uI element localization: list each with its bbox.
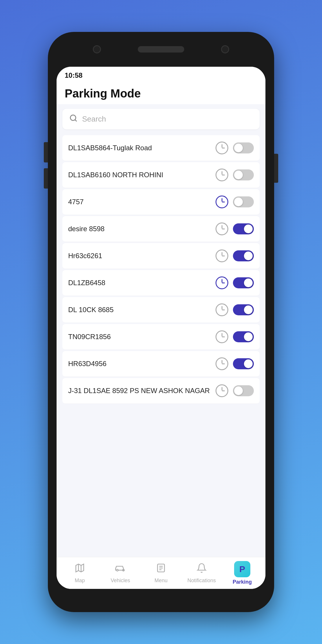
phone-frame: 10:58 Parking Mode Search DL1SAB5864-Tug… xyxy=(48,32,274,612)
item-controls xyxy=(216,330,254,343)
list-item: DL1ZB6458 xyxy=(62,270,260,296)
clock-icon[interactable] xyxy=(216,222,228,235)
vehicle-label: Hr63c6261 xyxy=(68,252,216,260)
list-item: DL1SAB5864-Tuglak Road xyxy=(62,135,260,161)
phone-top-bar xyxy=(48,32,274,67)
toggle-switch[interactable] xyxy=(233,331,254,342)
toggle-switch[interactable] xyxy=(233,223,254,234)
item-controls xyxy=(216,303,254,316)
item-controls xyxy=(216,276,254,289)
clock-icon[interactable] xyxy=(216,249,228,262)
clock-icon[interactable] xyxy=(216,196,228,208)
nav-notifications-label: Notifications xyxy=(187,578,216,584)
item-controls xyxy=(216,249,254,262)
vehicle-list: DL1SAB5864-Tuglak RoadDL1SAB6160 NORTH R… xyxy=(57,134,265,557)
list-item: desire 8598 xyxy=(62,216,260,242)
vehicle-label: DL 10CK 8685 xyxy=(68,306,216,314)
search-icon xyxy=(69,114,77,124)
search-placeholder: Search xyxy=(82,115,106,124)
vehicle-label: DL1SAB5864-Tuglak Road xyxy=(68,144,216,152)
list-item: DL1SAB6160 NORTH ROHINI xyxy=(62,162,260,188)
vehicle-label: DL1SAB6160 NORTH ROHINI xyxy=(68,171,216,179)
item-controls xyxy=(216,196,254,208)
app-content: Parking Mode Search DL1SAB5864-Tuglak Ro… xyxy=(57,82,265,557)
toggle-switch[interactable] xyxy=(233,169,254,180)
nav-map-label: Map xyxy=(75,578,85,584)
item-controls xyxy=(216,142,254,154)
toggle-switch[interactable] xyxy=(233,277,254,288)
vehicles-icon xyxy=(115,563,126,576)
item-controls xyxy=(216,384,254,397)
svg-line-1 xyxy=(75,120,76,121)
map-icon xyxy=(75,563,85,576)
nav-item-notifications[interactable]: Notifications xyxy=(181,563,222,584)
clock-icon[interactable] xyxy=(216,276,228,289)
toggle-switch[interactable] xyxy=(233,196,254,207)
toggle-switch[interactable] xyxy=(233,385,254,396)
item-controls xyxy=(216,222,254,235)
nav-item-parking[interactable]: P Parking xyxy=(222,561,263,585)
vehicle-label: HR63D4956 xyxy=(68,360,216,368)
status-time: 10:58 xyxy=(65,71,82,79)
clock-icon[interactable] xyxy=(216,357,228,370)
item-controls xyxy=(216,357,254,370)
vehicle-label: DL1ZB6458 xyxy=(68,279,216,287)
page-title: Parking Mode xyxy=(65,87,257,100)
toggle-switch[interactable] xyxy=(233,250,254,261)
svg-point-4 xyxy=(117,569,118,571)
toggle-switch[interactable] xyxy=(233,304,254,315)
parking-badge-icon: P xyxy=(234,561,250,577)
toggle-switch[interactable] xyxy=(233,142,254,153)
clock-icon[interactable] xyxy=(216,142,228,154)
clock-icon[interactable] xyxy=(216,169,228,181)
list-item: DL 10CK 8685 xyxy=(62,297,260,323)
vehicle-label: J-31 DL1SAE 8592 PS NEW ASHOK NAGAR xyxy=(68,387,216,395)
power-button xyxy=(274,154,278,183)
clock-icon[interactable] xyxy=(216,384,228,397)
speaker-icon xyxy=(138,46,184,53)
item-controls xyxy=(216,169,254,181)
list-item: Hr63c6261 xyxy=(62,243,260,269)
camera-right-icon xyxy=(221,45,229,53)
list-item: J-31 DL1SAE 8592 PS NEW ASHOK NAGAR xyxy=(62,378,260,404)
screen: 10:58 Parking Mode Search DL1SAB5864-Tug… xyxy=(57,67,265,589)
toggle-switch[interactable] xyxy=(233,358,254,369)
volume-up-button xyxy=(44,142,48,162)
nav-item-map[interactable]: Map xyxy=(59,563,100,584)
list-item: TN09CR1856 xyxy=(62,324,260,350)
vehicle-label: 4757 xyxy=(68,198,216,206)
list-item: HR63D4956 xyxy=(62,351,260,377)
clock-icon[interactable] xyxy=(216,303,228,316)
status-bar: 10:58 xyxy=(57,67,265,82)
nav-item-menu[interactable]: Menu xyxy=(141,563,181,584)
nav-vehicles-label: Vehicles xyxy=(111,578,130,584)
nav-parking-label: Parking xyxy=(233,579,252,585)
menu-icon xyxy=(156,563,166,576)
camera-left-icon xyxy=(93,45,101,53)
nav-menu-label: Menu xyxy=(154,578,167,584)
bottom-nav: Map Vehicles xyxy=(57,557,265,589)
list-item: 4757 xyxy=(62,189,260,215)
page-header: Parking Mode xyxy=(57,82,265,104)
volume-down-button xyxy=(44,168,48,189)
clock-icon[interactable] xyxy=(216,330,228,343)
notifications-icon xyxy=(196,563,207,576)
search-bar[interactable]: Search xyxy=(62,109,260,129)
nav-item-vehicles[interactable]: Vehicles xyxy=(100,563,141,584)
vehicle-label: TN09CR1856 xyxy=(68,333,216,341)
vehicle-label: desire 8598 xyxy=(68,225,216,233)
